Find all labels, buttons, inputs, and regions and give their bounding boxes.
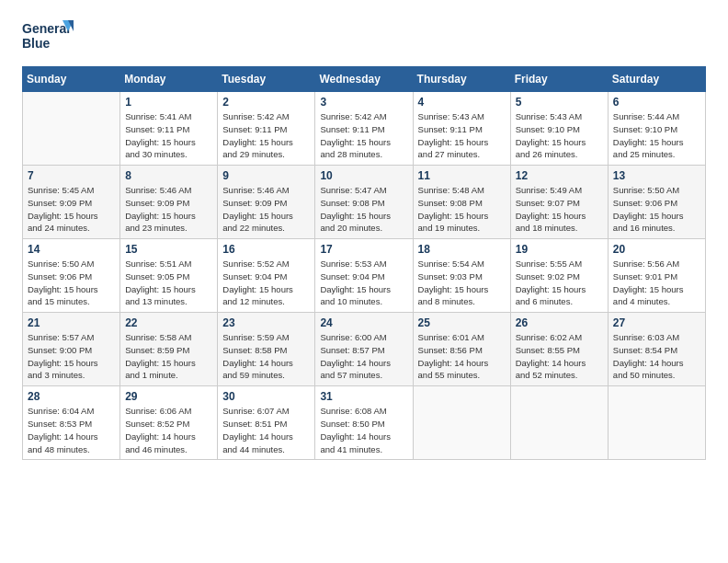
svg-text:Blue: Blue xyxy=(22,36,51,51)
day-info: Sunrise: 5:46 AM Sunset: 9:09 PM Dayligh… xyxy=(125,184,212,235)
calendar-cell: 20Sunrise: 5:56 AM Sunset: 9:01 PM Dayli… xyxy=(608,239,705,313)
calendar-cell: 14Sunrise: 5:50 AM Sunset: 9:06 PM Dayli… xyxy=(23,239,120,313)
day-number: 12 xyxy=(516,169,603,182)
calendar-cell xyxy=(608,386,705,460)
day-number: 27 xyxy=(613,316,700,329)
calendar-cell: 10Sunrise: 5:47 AM Sunset: 9:08 PM Dayli… xyxy=(315,166,413,239)
day-number: 22 xyxy=(125,316,212,329)
day-info: Sunrise: 5:52 AM Sunset: 9:04 PM Dayligh… xyxy=(222,258,310,308)
calendar-cell: 2Sunrise: 5:42 AM Sunset: 9:11 PM Daylig… xyxy=(218,92,315,166)
calendar-cell xyxy=(23,92,120,166)
day-info: Sunrise: 5:43 AM Sunset: 9:10 PM Dayligh… xyxy=(516,110,603,161)
calendar-table: SundayMondayTuesdayWednesdayThursdayFrid… xyxy=(22,66,706,460)
svg-text:General: General xyxy=(22,21,70,36)
day-info: Sunrise: 5:48 AM Sunset: 9:08 PM Dayligh… xyxy=(418,184,506,235)
weekday-row: SundayMondayTuesdayWednesdayThursdayFrid… xyxy=(23,67,706,92)
header: GeneralBlue xyxy=(22,18,706,57)
calendar-cell: 19Sunrise: 5:55 AM Sunset: 9:02 PM Dayli… xyxy=(510,239,608,313)
calendar-cell: 11Sunrise: 5:48 AM Sunset: 9:08 PM Dayli… xyxy=(413,166,510,239)
day-info: Sunrise: 5:59 AM Sunset: 8:58 PM Dayligh… xyxy=(222,331,310,382)
day-number: 28 xyxy=(28,390,115,403)
weekday-header: Wednesday xyxy=(315,67,413,92)
day-info: Sunrise: 5:49 AM Sunset: 9:07 PM Dayligh… xyxy=(516,184,603,235)
day-info: Sunrise: 6:01 AM Sunset: 8:56 PM Dayligh… xyxy=(418,331,506,382)
calendar-cell: 4Sunrise: 5:43 AM Sunset: 9:11 PM Daylig… xyxy=(413,92,510,166)
calendar-cell: 5Sunrise: 5:43 AM Sunset: 9:10 PM Daylig… xyxy=(510,92,608,166)
calendar-week-row: 1Sunrise: 5:41 AM Sunset: 9:11 PM Daylig… xyxy=(23,92,706,166)
calendar-cell: 15Sunrise: 5:51 AM Sunset: 9:05 PM Dayli… xyxy=(120,239,218,313)
calendar-cell: 24Sunrise: 6:00 AM Sunset: 8:57 PM Dayli… xyxy=(315,313,413,386)
logo: GeneralBlue xyxy=(22,18,77,57)
calendar-cell xyxy=(413,386,510,460)
calendar-cell: 26Sunrise: 6:02 AM Sunset: 8:55 PM Dayli… xyxy=(510,313,608,386)
day-info: Sunrise: 5:56 AM Sunset: 9:01 PM Dayligh… xyxy=(613,258,700,308)
weekday-header: Saturday xyxy=(608,67,705,92)
day-info: Sunrise: 6:02 AM Sunset: 8:55 PM Dayligh… xyxy=(516,331,603,382)
day-info: Sunrise: 5:53 AM Sunset: 9:04 PM Dayligh… xyxy=(320,258,407,308)
day-number: 14 xyxy=(28,243,115,256)
day-number: 4 xyxy=(418,96,506,109)
day-number: 15 xyxy=(125,243,212,256)
day-number: 16 xyxy=(222,243,310,256)
calendar-cell: 31Sunrise: 6:08 AM Sunset: 8:50 PM Dayli… xyxy=(315,386,413,460)
calendar-cell: 25Sunrise: 6:01 AM Sunset: 8:56 PM Dayli… xyxy=(413,313,510,386)
day-info: Sunrise: 5:43 AM Sunset: 9:11 PM Dayligh… xyxy=(418,110,506,161)
day-number: 25 xyxy=(418,316,506,329)
calendar-cell: 23Sunrise: 5:59 AM Sunset: 8:58 PM Dayli… xyxy=(218,313,315,386)
day-number: 1 xyxy=(125,96,212,109)
logo-icon: GeneralBlue xyxy=(22,18,77,57)
weekday-header: Thursday xyxy=(413,67,510,92)
day-info: Sunrise: 6:00 AM Sunset: 8:57 PM Dayligh… xyxy=(320,331,407,382)
day-info: Sunrise: 5:50 AM Sunset: 9:06 PM Dayligh… xyxy=(28,258,115,308)
day-info: Sunrise: 5:41 AM Sunset: 9:11 PM Dayligh… xyxy=(125,110,212,161)
day-number: 13 xyxy=(613,169,700,182)
calendar-cell: 27Sunrise: 6:03 AM Sunset: 8:54 PM Dayli… xyxy=(608,313,705,386)
calendar-cell: 6Sunrise: 5:44 AM Sunset: 9:10 PM Daylig… xyxy=(608,92,705,166)
day-info: Sunrise: 5:44 AM Sunset: 9:10 PM Dayligh… xyxy=(613,110,700,161)
day-number: 7 xyxy=(28,169,115,182)
calendar-cell: 12Sunrise: 5:49 AM Sunset: 9:07 PM Dayli… xyxy=(510,166,608,239)
day-number: 29 xyxy=(125,390,212,403)
day-info: Sunrise: 5:42 AM Sunset: 9:11 PM Dayligh… xyxy=(320,110,407,161)
calendar-cell: 29Sunrise: 6:06 AM Sunset: 8:52 PM Dayli… xyxy=(120,386,218,460)
calendar-cell: 21Sunrise: 5:57 AM Sunset: 9:00 PM Dayli… xyxy=(23,313,120,386)
day-number: 6 xyxy=(613,96,700,109)
calendar-cell: 30Sunrise: 6:07 AM Sunset: 8:51 PM Dayli… xyxy=(218,386,315,460)
day-number: 3 xyxy=(320,96,407,109)
calendar-cell: 1Sunrise: 5:41 AM Sunset: 9:11 PM Daylig… xyxy=(120,92,218,166)
calendar-header: SundayMondayTuesdayWednesdayThursdayFrid… xyxy=(23,67,706,92)
calendar-cell: 7Sunrise: 5:45 AM Sunset: 9:09 PM Daylig… xyxy=(23,166,120,239)
day-number: 26 xyxy=(516,316,603,329)
calendar-cell: 28Sunrise: 6:04 AM Sunset: 8:53 PM Dayli… xyxy=(23,386,120,460)
weekday-header: Monday xyxy=(120,67,218,92)
calendar-cell: 16Sunrise: 5:52 AM Sunset: 9:04 PM Dayli… xyxy=(218,239,315,313)
day-info: Sunrise: 6:06 AM Sunset: 8:52 PM Dayligh… xyxy=(125,405,212,455)
calendar-cell: 9Sunrise: 5:46 AM Sunset: 9:09 PM Daylig… xyxy=(218,166,315,239)
day-number: 23 xyxy=(222,316,310,329)
calendar-week-row: 7Sunrise: 5:45 AM Sunset: 9:09 PM Daylig… xyxy=(23,166,706,239)
day-number: 5 xyxy=(516,96,603,109)
calendar-cell: 13Sunrise: 5:50 AM Sunset: 9:06 PM Dayli… xyxy=(608,166,705,239)
day-info: Sunrise: 5:57 AM Sunset: 9:00 PM Dayligh… xyxy=(28,331,115,382)
calendar-week-row: 28Sunrise: 6:04 AM Sunset: 8:53 PM Dayli… xyxy=(23,386,706,460)
day-info: Sunrise: 5:46 AM Sunset: 9:09 PM Dayligh… xyxy=(222,184,310,235)
day-number: 30 xyxy=(222,390,310,403)
day-number: 19 xyxy=(516,243,603,256)
day-info: Sunrise: 5:42 AM Sunset: 9:11 PM Dayligh… xyxy=(222,110,310,161)
day-info: Sunrise: 6:04 AM Sunset: 8:53 PM Dayligh… xyxy=(28,405,115,455)
day-info: Sunrise: 5:54 AM Sunset: 9:03 PM Dayligh… xyxy=(418,258,506,308)
day-info: Sunrise: 6:07 AM Sunset: 8:51 PM Dayligh… xyxy=(222,405,310,455)
calendar-cell xyxy=(510,386,608,460)
day-number: 17 xyxy=(320,243,407,256)
day-number: 18 xyxy=(418,243,506,256)
calendar-week-row: 21Sunrise: 5:57 AM Sunset: 9:00 PM Dayli… xyxy=(23,313,706,386)
day-number: 11 xyxy=(418,169,506,182)
day-number: 21 xyxy=(28,316,115,329)
day-number: 9 xyxy=(222,169,310,182)
day-info: Sunrise: 5:55 AM Sunset: 9:02 PM Dayligh… xyxy=(516,258,603,308)
weekday-header: Friday xyxy=(510,67,608,92)
day-number: 8 xyxy=(125,169,212,182)
day-number: 31 xyxy=(320,390,407,403)
day-info: Sunrise: 5:50 AM Sunset: 9:06 PM Dayligh… xyxy=(613,184,700,235)
day-info: Sunrise: 6:08 AM Sunset: 8:50 PM Dayligh… xyxy=(320,405,407,455)
